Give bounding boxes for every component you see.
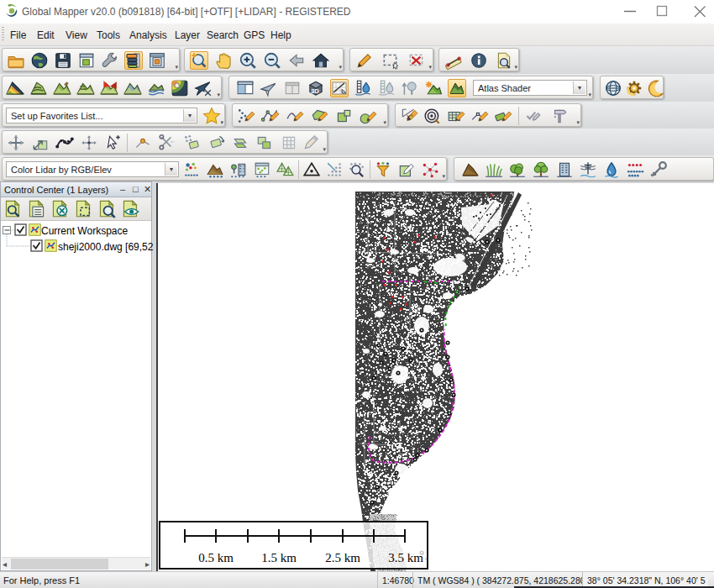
svg-text:3D: 3D xyxy=(311,87,319,95)
svg-text:1.5 km: 1.5 km xyxy=(261,551,297,564)
svg-text:X°: X° xyxy=(407,113,413,121)
svg-text:3.5 km: 3.5 km xyxy=(388,551,423,564)
svg-text:2.5 km: 2.5 km xyxy=(325,551,360,564)
svg-text:0.5 km: 0.5 km xyxy=(198,551,234,564)
